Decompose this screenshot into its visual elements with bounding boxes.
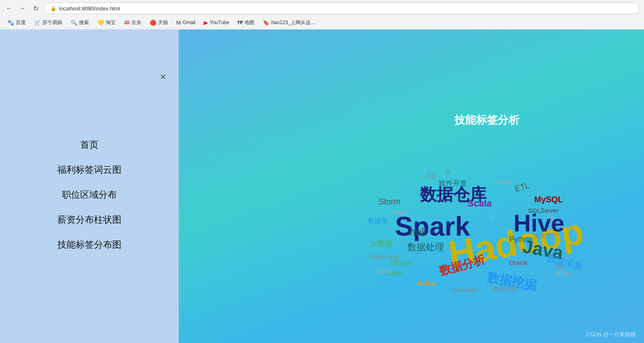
- word-cloud: Hadoop Spark Hive 数据仓库 Java Scala MySQL …: [368, 146, 644, 300]
- svg-text:机器学习: 机器学习: [534, 232, 558, 239]
- jd-icon: JD: [124, 20, 130, 25]
- svg-text:Kafka: Kafka: [418, 280, 435, 287]
- bookmark-baidu-label: 百度: [16, 19, 26, 26]
- bookmark-suning[interactable]: 🛒 苏宁易购: [31, 18, 66, 27]
- bookmark-jd[interactable]: JD 京东: [121, 18, 145, 27]
- svg-text:BI: BI: [445, 169, 450, 176]
- svg-text:软件开发: 软件开发: [439, 179, 467, 187]
- bookmark-jd-label: 京东: [131, 19, 141, 26]
- nav-menu: 首页 福利标签词云图 职位区域分布 薪资分布柱状图 技能标签分布图: [57, 139, 121, 251]
- bookmarks-bar: 🐾 百度 🛒 苏宁易购 🔍 搜索 💛 淘宝 JD 京东 🔴 天猫 M Gmail: [0, 17, 644, 29]
- main-layout: × 首页 福利标签词云图 职位区域分布 薪资分布柱状图 技能标签分布图 技能标签…: [0, 30, 644, 343]
- gmail-icon: M: [176, 20, 181, 26]
- browser-chrome: ← → ↻ 🔒 localhost:8080/index.html 🐾 百度 🛒…: [0, 0, 644, 30]
- svg-text:Pig: Pig: [547, 214, 555, 220]
- wordcloud-svg: Hadoop Spark Hive 数据仓库 Java Scala MySQL …: [368, 146, 644, 300]
- bookmark-search[interactable]: 🔍 搜索: [67, 18, 92, 27]
- bookmark-ditu[interactable]: 🗺 地图: [234, 18, 258, 27]
- svg-text:R: R: [491, 214, 494, 220]
- bookmark-baidu[interactable]: 🐾 百度: [4, 18, 29, 27]
- sidebar: × 首页 福利标签词云图 职位区域分布 薪资分布柱状图 技能标签分布图: [0, 30, 179, 343]
- svg-text:Scala: Scala: [468, 198, 492, 209]
- nav-item-welfare-wordcloud[interactable]: 福利标签词云图: [57, 164, 121, 176]
- refresh-button[interactable]: ↻: [31, 3, 41, 13]
- svg-text:数据开发: 数据开发: [493, 286, 516, 292]
- bookmark-hao123-label: hao123_上网从这...: [271, 19, 315, 26]
- address-text: localhost:8080/index.html: [59, 5, 120, 12]
- svg-text:Impala: Impala: [497, 179, 512, 185]
- lock-icon: 🔒: [50, 5, 57, 11]
- svg-text:大数据: 大数据: [370, 239, 392, 248]
- svg-text:null: null: [410, 226, 426, 238]
- svg-text:SQLServer: SQLServer: [528, 207, 559, 214]
- hao123-icon: 🔖: [263, 20, 269, 26]
- nav-item-home[interactable]: 首页: [80, 139, 99, 151]
- bookmark-youtube[interactable]: ▶ YouTube: [200, 19, 232, 27]
- forward-button[interactable]: →: [17, 3, 27, 13]
- svg-text:ETL: ETL: [513, 181, 530, 194]
- content-area: 技能标签分析 Hadoop Spark Hive 数据仓库 Java Scala…: [179, 30, 644, 343]
- bookmark-taobao[interactable]: 💛 淘宝: [94, 18, 119, 27]
- svg-text:数据库: 数据库: [368, 217, 388, 224]
- nav-item-skill-dist[interactable]: 技能标签分布图: [57, 239, 121, 251]
- back-button[interactable]: ←: [4, 3, 14, 13]
- svg-text:SQL: SQL: [426, 172, 437, 179]
- suning-icon: 🛒: [34, 20, 41, 26]
- svg-text:MapReduce: MapReduce: [370, 254, 399, 260]
- bookmark-hao123[interactable]: 🔖 hao123_上网从这...: [259, 18, 318, 27]
- baidu-icon: 🐾: [7, 20, 14, 26]
- youtube-icon: ▶: [204, 20, 208, 26]
- chart-title: 技能标签分析: [454, 113, 519, 127]
- tianmao-icon: 🔴: [150, 20, 156, 26]
- svg-text:Python: Python: [509, 235, 533, 244]
- address-box[interactable]: 🔒 localhost:8080/index.html: [44, 2, 640, 14]
- bookmark-youtube-label: YouTube: [210, 20, 229, 25]
- bookmark-suning-label: 苏宁易购: [42, 19, 62, 26]
- svg-text:Oracle: Oracle: [509, 259, 528, 266]
- bookmark-taobao-label: 淘宝: [106, 19, 116, 26]
- search-bm-icon: 🔍: [71, 20, 77, 26]
- bookmark-ditu-label: 地图: [244, 19, 254, 26]
- taobao-icon: 💛: [97, 20, 104, 26]
- svg-text:HBase: HBase: [391, 259, 411, 266]
- svg-text:技不如人: 技不如人: [555, 271, 573, 276]
- bookmark-tianmao[interactable]: 🔴 天猫: [146, 18, 171, 27]
- bookmark-tianmao-label: 天猫: [158, 19, 168, 26]
- svg-text:ZooKeeper: ZooKeeper: [451, 287, 478, 293]
- address-bar-row: ← → ↻ 🔒 localhost:8080/index.html: [0, 0, 644, 17]
- close-button[interactable]: ×: [160, 71, 166, 82]
- svg-text:Storm: Storm: [378, 197, 400, 206]
- svg-text:NoSQL: NoSQL: [391, 209, 410, 216]
- nav-item-salary-chart[interactable]: 薪资分布柱状图: [57, 214, 121, 226]
- svg-text:MySQL: MySQL: [534, 195, 563, 204]
- nav-item-region-dist[interactable]: 职位区域分布: [62, 189, 117, 201]
- footer-text: CSDN @一只笨猫猫: [586, 331, 636, 338]
- bookmark-search-label: 搜索: [79, 19, 89, 26]
- svg-text:数据采集: 数据采集: [546, 253, 584, 272]
- svg-text:Sqoop: Sqoop: [376, 268, 392, 274]
- svg-text:数据处理: 数据处理: [407, 242, 444, 252]
- map-icon: 🗺: [237, 20, 243, 26]
- svg-text:QA: QA: [555, 263, 564, 270]
- bookmark-gmail-label: Gmail: [183, 20, 195, 25]
- bookmark-gmail[interactable]: M Gmail: [173, 19, 199, 27]
